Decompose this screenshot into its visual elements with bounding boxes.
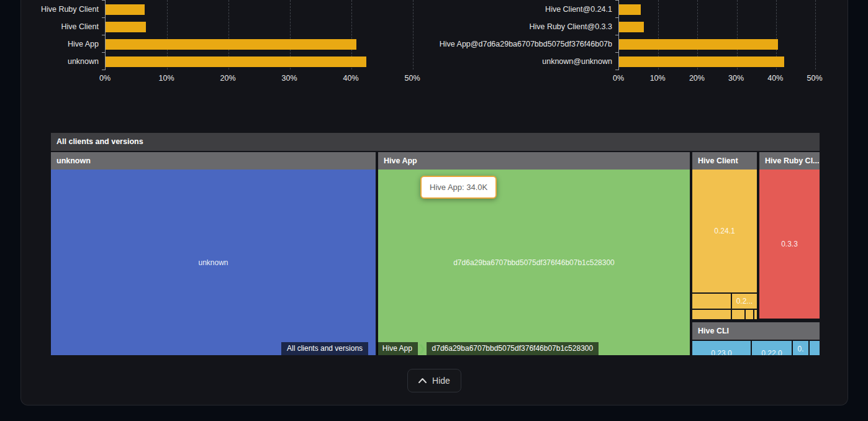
- bar[interactable]: [619, 4, 641, 15]
- axis-tick-label: 30%: [718, 74, 755, 83]
- axis-tick: [615, 0, 619, 1]
- plot-area: [618, 0, 827, 70]
- category-label: Hive App: [21, 39, 99, 50]
- treemap-section-header-hive-ruby-client[interactable]: Hive Ruby Cl...: [759, 152, 820, 170]
- treemap-cell-hive-cli-minor[interactable]: [810, 341, 820, 355]
- clients-treemap: 0.0.22.00.23.0Hive CLI0.3.30.2...0.24.1d…: [51, 133, 820, 355]
- hide-button[interactable]: Hide: [407, 369, 461, 392]
- treemap-root-header[interactable]: All clients and versions: [51, 133, 820, 151]
- treemap-cell-hive-client-minor-3[interactable]: [732, 310, 744, 319]
- treemap-cell-unknown[interactable]: unknown: [51, 170, 376, 355]
- bar-charts-row: 0%10%20%30%40%50%Hive Ruby ClientHive Cl…: [21, 0, 848, 87]
- bar[interactable]: [619, 22, 644, 32]
- treemap-cell-hive-client-0-24-1[interactable]: 0.24.1: [692, 170, 757, 292]
- gridline: [413, 0, 414, 70]
- axis-tick: [615, 52, 619, 53]
- category-label: Hive Ruby Client@0.3.3: [435, 22, 612, 32]
- axis-tick-label: 50%: [796, 74, 833, 83]
- treemap-cell-hive-cli-0-23-0[interactable]: 0.23.0: [692, 341, 751, 355]
- axis-tick: [102, 35, 106, 35]
- treemap-cell-hive-cli-0-22-0[interactable]: 0.22.0: [752, 341, 792, 355]
- client-version-share-chart: 0%10%20%30%40%50%Hive Client@0.24.1Hive …: [435, 0, 849, 87]
- treemap-cell-hive-client-minor-1[interactable]: [692, 294, 731, 309]
- axis-tick-label: 20%: [678, 74, 715, 83]
- breadcrumb-chevron-icon: ❯: [418, 342, 427, 355]
- treemap-cell-hive-client-minor-5[interactable]: [754, 310, 757, 319]
- bar[interactable]: [619, 39, 778, 50]
- category-label: unknown: [21, 57, 99, 67]
- axis-tick-label: 0%: [600, 74, 637, 83]
- breadcrumb-chevron-icon: ❯: [368, 342, 377, 355]
- hide-button-label: Hide: [432, 376, 450, 386]
- category-label: Hive App@d7d6a29ba6707bbd5075df376f46b07…: [435, 39, 612, 50]
- treemap-cell-hive-ruby-client-0-3-3[interactable]: 0.3.3: [759, 170, 820, 319]
- bar[interactable]: [106, 57, 366, 67]
- treemap-section-header-hive-app[interactable]: Hive App: [378, 152, 690, 170]
- plot-area: [105, 0, 427, 70]
- treemap-cell-hive-client-0-2[interactable]: 0.2...: [732, 294, 757, 309]
- axis-tick-label: 10%: [148, 74, 185, 83]
- treemap-section-header-unknown[interactable]: unknown: [51, 152, 376, 170]
- axis-tick: [615, 70, 619, 70]
- bar[interactable]: [106, 22, 146, 32]
- axis-tick-label: 40%: [757, 74, 794, 83]
- axis-tick: [615, 35, 619, 35]
- bar[interactable]: [619, 57, 784, 67]
- panel-footer: Hide: [21, 369, 848, 392]
- treemap-section-header-hive-cli[interactable]: Hive CLI: [692, 322, 820, 340]
- breadcrumb-item[interactable]: d7d6a29ba6707bbd5075df376f46b07b1c528300: [427, 342, 599, 355]
- treemap-cell-hive-client-minor-4[interactable]: [746, 310, 753, 319]
- axis-tick: [102, 17, 106, 18]
- chevron-up-icon: [418, 378, 427, 383]
- category-label: Hive Client@0.24.1: [435, 4, 612, 15]
- bar[interactable]: [106, 39, 356, 50]
- axis-tick: [102, 70, 106, 70]
- category-label: Hive Ruby Client: [21, 4, 99, 15]
- treemap-tooltip: Hive App: 34.0K: [420, 176, 497, 199]
- category-label: unknown@unknown: [435, 57, 612, 67]
- category-label: Hive Client: [21, 22, 99, 32]
- axis-tick-label: 50%: [394, 74, 431, 83]
- breadcrumb-item[interactable]: Hive App: [377, 342, 418, 355]
- axis-tick-label: 20%: [209, 74, 246, 83]
- breadcrumb-item[interactable]: All clients and versions: [281, 342, 368, 355]
- axis-tick: [102, 52, 106, 53]
- axis-tick-label: 0%: [86, 74, 124, 83]
- treemap-cell-hive-client-minor-2[interactable]: [692, 310, 731, 319]
- axis-tick: [102, 0, 106, 1]
- treemap-section-header-hive-client[interactable]: Hive Client: [692, 152, 757, 170]
- treemap-cell-hive-cli-0[interactable]: 0.: [793, 341, 808, 355]
- axis-tick-label: 30%: [271, 74, 308, 83]
- usage-panel: 0%10%20%30%40%50%Hive Ruby ClientHive Cl…: [20, 0, 848, 405]
- bar[interactable]: [106, 4, 145, 15]
- axis-tick-label: 10%: [639, 74, 676, 83]
- treemap-breadcrumb: All clients and versions❯Hive App❯d7d6a2…: [281, 342, 599, 355]
- axis-tick-label: 40%: [332, 74, 369, 83]
- gridline: [815, 0, 816, 70]
- axis-tick: [615, 17, 619, 18]
- client-share-chart: 0%10%20%30%40%50%Hive Ruby ClientHive Cl…: [21, 0, 435, 87]
